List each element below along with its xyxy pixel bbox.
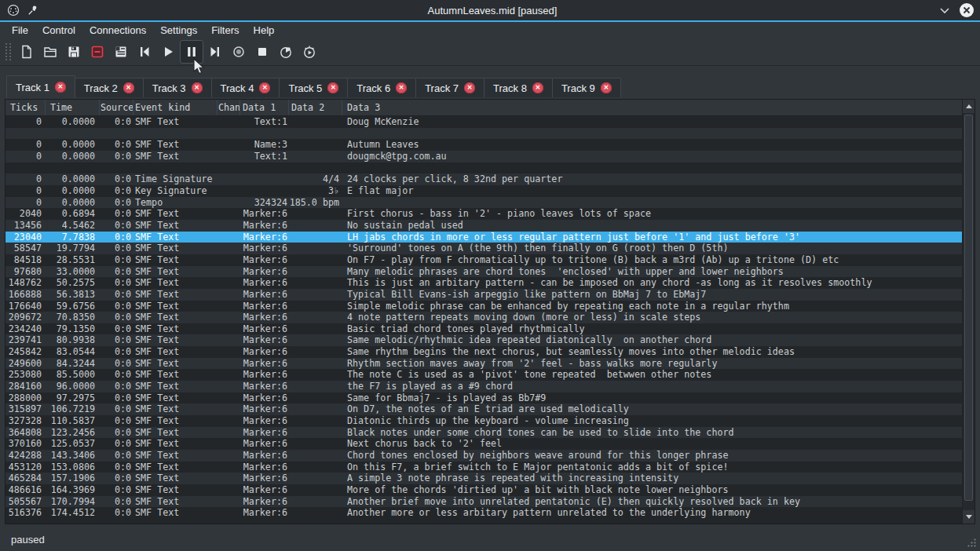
table-row[interactable]: 327328110.58370:0SMF TextMarker:6Diatoni… <box>5 415 962 427</box>
column-header-data-3[interactable]: Data 3 <box>342 100 962 115</box>
record-button[interactable] <box>227 40 250 64</box>
scroll-down-button[interactable] <box>963 510 975 524</box>
table-row[interactable] <box>5 128 962 140</box>
skip-forward-button[interactable] <box>203 40 227 64</box>
vertical-scrollbar[interactable] <box>962 100 975 524</box>
table-row[interactable]: 486616164.39690:0SMF TextMarker:6More of… <box>5 484 962 496</box>
table-row[interactable]: 315897106.72190:0SMF TextMarker:6On D7, … <box>5 403 962 415</box>
tab-close-icon[interactable]: ✕ <box>464 82 475 93</box>
tab-track-5[interactable]: Track 5✕ <box>279 78 348 97</box>
table-row[interactable]: 465284157.19060:0SMF TextMarker:6A simpl… <box>5 473 962 484</box>
cell-source: 0:0 <box>100 301 133 312</box>
table-row[interactable]: 17664059.67560:0SMF TextMarker:6Simple m… <box>5 301 962 312</box>
table-row[interactable]: 516376174.45120:0SMF TextMarker:6Another… <box>5 507 962 519</box>
table-row[interactable]: 230407.78380:0SMF TextMarker:6LH jabs ch… <box>5 232 962 243</box>
column-header-event-kind[interactable]: Event kind <box>133 100 218 115</box>
table-row[interactable]: 20400.68940:0SMF TextMarker:6First choru… <box>5 208 962 220</box>
play-button[interactable] <box>156 40 180 64</box>
tab-track-6[interactable]: Track 6✕ <box>347 78 416 97</box>
table-row[interactable]: 505567170.79940:0SMF TextMarker:6Another… <box>5 496 962 508</box>
table-row[interactable]: 9768033.00000:0SMF TextMarker:6Many melo… <box>5 266 962 278</box>
tab-close-icon[interactable]: ✕ <box>55 82 66 93</box>
menu-item-connections[interactable]: Connections <box>82 23 153 38</box>
tab-close-icon[interactable]: ✕ <box>192 82 203 93</box>
table-row[interactable]: 00.00000:0SMF TextText:1Doug McKenzie <box>5 116 962 128</box>
table-row[interactable]: 24584283.05440:0SMF TextMarker:6Same rhy… <box>5 346 962 358</box>
menu-item-file[interactable]: File <box>5 23 35 38</box>
table-row[interactable]: 453120153.08060:0SMF TextMarker:6On this… <box>5 462 962 473</box>
table-row[interactable]: 24960084.32440:0SMF TextMarker:6Rhythm s… <box>5 358 962 370</box>
table-row[interactable]: 20967270.83500:0SMF TextMarker:64 note p… <box>5 312 962 323</box>
tab-track-8[interactable]: Track 8✕ <box>484 78 553 97</box>
table-row[interactable]: 364808123.24560:0SMF TextMarker:6Black n… <box>5 427 962 439</box>
event-filter-button[interactable] <box>109 40 133 64</box>
tab-track-9[interactable]: Track 9✕ <box>552 78 621 97</box>
tab-close-icon[interactable]: ✕ <box>327 82 338 93</box>
table-row[interactable]: 00.00000:0Key Signature3♭E flat major <box>5 185 962 197</box>
table-row[interactable]: 28416096.00000:0SMF TextMarker:6the F7 i… <box>5 381 962 392</box>
column-header-ticks[interactable]: Ticks <box>5 100 46 115</box>
table-row[interactable]: 8451828.55310:0SMF TextMarker:6On F7 - p… <box>5 254 962 266</box>
skip-backward-button[interactable] <box>133 40 156 64</box>
cell-chan <box>218 427 240 439</box>
cell-time: 50.2575 <box>46 277 100 289</box>
column-header-data-1[interactable]: Data 1 <box>240 100 289 115</box>
table-row[interactable]: 00.00000:0SMF TextName:3Autumn Leaves <box>5 139 962 151</box>
tab-track-2[interactable]: Track 2✕ <box>75 78 144 97</box>
table-row[interactable]: 370160125.05370:0SMF TextMarker:6Next ch… <box>5 438 962 450</box>
column-header-data-2[interactable]: Data 2 <box>289 100 342 115</box>
tab-track-4[interactable]: Track 4✕ <box>211 78 280 97</box>
new-file-button[interactable] <box>15 40 38 64</box>
tab-close-icon[interactable]: ✕ <box>259 82 270 93</box>
close-button[interactable] <box>960 3 974 17</box>
cell-source: 0:0 <box>100 289 133 301</box>
tab-track-3[interactable]: Track 3✕ <box>143 78 212 97</box>
save-file-button[interactable] <box>62 40 86 64</box>
arrow-down-icon <box>966 515 972 519</box>
tab-close-icon[interactable]: ✕ <box>123 82 134 93</box>
table-row[interactable]: 23424079.13500:0SMF TextMarker:6Basic tr… <box>5 323 962 335</box>
scroll-up-button[interactable] <box>963 100 975 113</box>
cell-data3: Rhythm section maves away from '2' feel … <box>342 358 962 370</box>
play-timer-button[interactable] <box>298 40 321 64</box>
panic-button[interactable] <box>86 40 109 64</box>
cell-source: 0:0 <box>100 473 133 484</box>
tab-track-1[interactable]: Track 1✕ <box>6 75 75 98</box>
tab-close-icon[interactable]: ✕ <box>601 82 612 93</box>
tab-close-icon[interactable]: ✕ <box>396 82 407 93</box>
table-row[interactable]: 00.00000:0Time Signature4/424 clocks per… <box>5 173 962 185</box>
stopwatch-button[interactable] <box>274 40 298 64</box>
menu-item-help[interactable]: Help <box>247 23 282 38</box>
open-file-button[interactable] <box>38 40 62 64</box>
scrollbar-thumb[interactable] <box>964 115 973 501</box>
column-header-time[interactable]: Time <box>46 100 100 115</box>
table-row[interactable] <box>5 162 962 174</box>
stop-button[interactable] <box>250 40 274 64</box>
menu-item-settings[interactable]: Settings <box>153 23 204 38</box>
table-row[interactable]: 28800097.29750:0SMF TextMarker:6Same for… <box>5 392 962 404</box>
table-row[interactable]: 00.00000:0SMF TextText:1dougmck@tpg.com.… <box>5 151 962 162</box>
menu-item-control[interactable]: Control <box>35 23 82 38</box>
pin-icon[interactable] <box>27 4 39 16</box>
tab-track-7[interactable]: Track 7✕ <box>415 78 485 97</box>
column-header-chan[interactable]: Chan <box>218 100 240 115</box>
table-row[interactable]: 5854719.77940:0SMF TextMarker:6'Surround… <box>5 243 962 254</box>
scrollbar-track[interactable] <box>963 113 975 510</box>
table-row[interactable]: 134564.54620:0SMF TextMarker:6No sustain… <box>5 220 962 232</box>
resize-grip[interactable] <box>966 537 977 548</box>
menu-item-filters[interactable]: Filters <box>204 23 246 38</box>
table-row[interactable]: 23974180.99380:0SMF TextMarker:6Same mel… <box>5 334 962 346</box>
table-row[interactable]: 16688856.38130:0SMF TextMarker:6Typical … <box>5 289 962 301</box>
table-row[interactable]: 424288143.34060:0SMF TextMarker:6Chord t… <box>5 450 962 462</box>
cell-data2 <box>289 462 342 473</box>
toolbar-drag-handle[interactable] <box>5 43 11 60</box>
table-row[interactable]: 00.00000:0Tempo324324185.0 bpm <box>5 197 962 209</box>
table-row[interactable]: 14876250.25750:0SMF TextMarker:6This is … <box>5 277 962 289</box>
table-row[interactable]: 25308085.50000:0SMF TextMarker:6The note… <box>5 369 962 381</box>
cell-event-kind: SMF Text <box>133 289 218 301</box>
column-header-source[interactable]: Source <box>100 100 133 115</box>
chevron-down-icon[interactable] <box>939 6 950 14</box>
titlebar[interactable]: AutumnLeaves.mid [paused] <box>0 0 980 22</box>
cell-data3: Simple melodic phrase can be enhanced by… <box>342 301 962 312</box>
tab-close-icon[interactable]: ✕ <box>532 82 543 93</box>
